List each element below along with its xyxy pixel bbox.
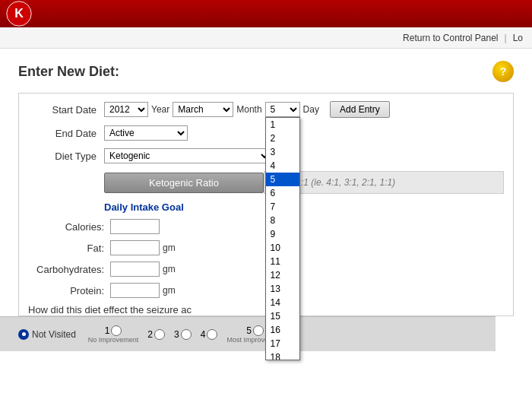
- no-improvement-label: No Improvement: [88, 336, 139, 344]
- day-option-7[interactable]: 7: [266, 200, 299, 214]
- day-option-13[interactable]: 13: [266, 282, 299, 296]
- day-option-15[interactable]: 15: [266, 309, 299, 323]
- month-select[interactable]: January February March April May June Ju…: [173, 102, 233, 117]
- year-select[interactable]: 2010 2011 2012 2013 2014: [104, 102, 148, 117]
- fat-label: Fat:: [28, 243, 104, 254]
- help-icon[interactable]: ?: [492, 61, 514, 82]
- return-to-control-panel-link[interactable]: Return to Control Panel: [403, 33, 498, 43]
- top-nav: Return to Control Panel | Lo: [0, 27, 532, 49]
- main-content: Enter New Diet: ? Start Date 2010 2011 2…: [0, 49, 532, 363]
- day-option-2[interactable]: 2: [266, 132, 299, 145]
- diet-type-select[interactable]: Ketogenic Atkins Low Glycemic Other: [104, 148, 271, 163]
- day-option-3[interactable]: 3: [266, 145, 299, 159]
- not-visited-label: Not Visited: [32, 329, 76, 340]
- keto-ratio-button[interactable]: Ketogenic Ratio: [104, 173, 264, 193]
- rating-3-option[interactable]: 3: [174, 329, 192, 340]
- carbs-unit: gm: [163, 264, 176, 274]
- end-date-label: End Date: [28, 128, 97, 139]
- end-date-select[interactable]: Active Set Date: [104, 125, 188, 141]
- day-option-16[interactable]: 16: [266, 323, 299, 337]
- fat-unit: gm: [163, 243, 176, 253]
- protein-label: Protein:: [28, 285, 104, 296]
- start-date-row: Start Date 2010 2011 2012 2013 2014 Year…: [28, 101, 504, 118]
- page-title: Enter New Diet:: [18, 64, 119, 80]
- not-visited-option[interactable]: Not Visited: [18, 329, 76, 340]
- carbs-label: Carbohydrates:: [28, 264, 104, 275]
- rating-1-option[interactable]: 1 No Improvement: [88, 325, 139, 344]
- rating-5-radio[interactable]: [253, 325, 264, 336]
- rating-1-radio[interactable]: [111, 325, 122, 336]
- nav-separator: |: [505, 33, 507, 43]
- year-label: Year: [151, 104, 169, 115]
- protein-input[interactable]: [110, 283, 160, 298]
- day-dropdown-list[interactable]: 1 2 3 4 5 6 7 8 9 10 11 12 13 14 15 16 1: [265, 117, 300, 360]
- rating-4-radio[interactable]: [207, 329, 217, 340]
- rating-bar: Not Visited 1 No Improvement 2 3: [0, 316, 496, 351]
- keto-ratio-placeholder: :1 (ie. 4:1, 3:1, 2:1, 1:1): [301, 177, 395, 188]
- svg-text:K: K: [14, 6, 24, 20]
- rating-2-radio[interactable]: [154, 329, 165, 340]
- day-label: Day: [303, 104, 319, 115]
- rating-2-option[interactable]: 2: [147, 329, 165, 340]
- day-option-1[interactable]: 1: [266, 118, 299, 132]
- day-option-10[interactable]: 10: [266, 241, 299, 255]
- day-option-14[interactable]: 14: [266, 296, 299, 309]
- fat-input[interactable]: [110, 240, 160, 255]
- month-label: Month: [236, 104, 261, 115]
- day-option-17[interactable]: 17: [266, 337, 299, 350]
- start-date-label: Start Date: [28, 104, 97, 116]
- logo-area: K: [0, 0, 38, 27]
- diet-type-label: Diet Type: [28, 151, 97, 162]
- calories-label: Calories:: [28, 221, 104, 233]
- logout-link[interactable]: Lo: [513, 33, 523, 43]
- add-entry-button[interactable]: Add Entry: [330, 101, 390, 118]
- day-option-4[interactable]: 4: [266, 159, 299, 173]
- diet-form: Start Date 2010 2011 2012 2013 2014 Year…: [18, 93, 514, 316]
- rating-4-option[interactable]: 4: [201, 329, 218, 340]
- day-option-11[interactable]: 11: [266, 255, 299, 268]
- daily-intake-title: Daily Intake Goal: [104, 201, 504, 213]
- protein-unit: gm: [163, 285, 176, 296]
- day-option-9[interactable]: 9: [266, 227, 299, 241]
- day-option-12[interactable]: 12: [266, 268, 299, 282]
- day-option-6[interactable]: 6: [266, 186, 299, 200]
- day-option-5[interactable]: 5: [266, 173, 299, 186]
- not-visited-radio[interactable]: [18, 329, 29, 340]
- day-dropdown-wrapper: 5 1 2 3 4 5 6 7 8 9 10 11 12 13 1: [265, 102, 300, 117]
- day-option-18[interactable]: 18: [266, 350, 299, 360]
- carbs-input[interactable]: [110, 262, 160, 277]
- calories-input[interactable]: [110, 219, 160, 234]
- top-header: K: [0, 0, 532, 27]
- logo-icon: K: [5, 0, 33, 27]
- day-select[interactable]: 5: [265, 102, 300, 117]
- rating-3-radio[interactable]: [181, 329, 192, 340]
- day-option-8[interactable]: 8: [266, 214, 299, 227]
- seizure-label: How did this diet effect the seizure ac: [28, 304, 192, 315]
- page-title-row: Enter New Diet: ?: [18, 61, 514, 82]
